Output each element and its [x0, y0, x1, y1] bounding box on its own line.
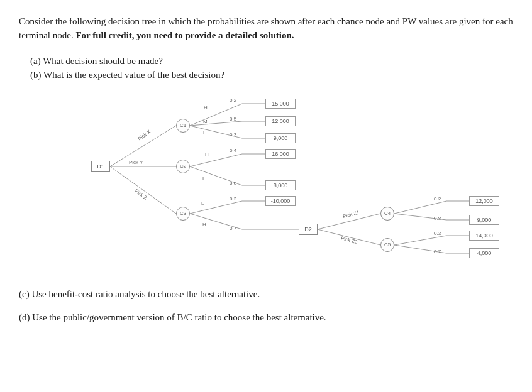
- terminal-c4-b: 9,000: [469, 215, 499, 225]
- terminal-c3-l: -10,000: [265, 196, 296, 206]
- prob-c1-l: 0.3: [230, 132, 236, 138]
- label-c3-h: H: [202, 222, 206, 227]
- terminal-c2-l: 8,000: [265, 180, 296, 190]
- intro-text: Consider the following decision tree in …: [19, 15, 513, 43]
- terminal-c2-h: 16,000: [265, 149, 296, 159]
- label-c2-h: H: [205, 152, 209, 158]
- node-d1: D1: [91, 161, 110, 172]
- prob-c4-b: 0.8: [434, 215, 441, 221]
- node-d2: D2: [299, 224, 318, 235]
- label-pick-y: Pick Y: [129, 160, 143, 165]
- label-c2-l: L: [202, 176, 205, 182]
- question-a: (a) What decision should be made?: [30, 54, 513, 68]
- node-c1: C1: [176, 119, 190, 133]
- label-c3-l: L: [201, 200, 204, 206]
- label-c1-h: H: [204, 105, 208, 111]
- label-c1-m: M: [203, 119, 208, 124]
- terminal-c5-a: 14,000: [469, 231, 499, 241]
- prob-c4-a: 0.2: [434, 196, 441, 202]
- prob-c2-h: 0.4: [230, 148, 236, 153]
- prob-c3-h: 0.7: [230, 226, 236, 231]
- node-c4: C4: [380, 207, 394, 220]
- subquestions-ab: (a) What decision should be made? (b) Wh…: [30, 54, 513, 82]
- terminal-c5-b: 4,000: [469, 248, 499, 258]
- node-c2: C2: [176, 160, 190, 173]
- prob-c2-l: 0.6: [230, 180, 236, 186]
- prob-c1-m: 0.5: [230, 116, 236, 122]
- subquestions-cd: (c) Use benefit-cost ratio analysis to c…: [19, 286, 513, 326]
- label-c1-l: L: [203, 130, 206, 136]
- prob-c3-l: 0.3: [230, 196, 236, 202]
- question-b: (b) What is the expected value of the be…: [30, 68, 513, 82]
- node-c5: C5: [380, 238, 394, 252]
- terminal-c1-l: 9,000: [265, 133, 296, 143]
- terminal-c4-a: 12,000: [469, 196, 499, 206]
- terminal-c1-h: 15,000: [265, 99, 296, 109]
- terminal-c1-m: 12,000: [265, 116, 296, 126]
- decision-tree-diagram: D1 C1 C2 C3 D2 C4 C5 15,000 12,000 9,000…: [19, 91, 513, 267]
- prob-c5-b: 0.7: [434, 249, 441, 254]
- intro-bold: For full credit, you need to provide a d…: [75, 30, 294, 40]
- node-c3: C3: [176, 207, 190, 220]
- prob-c1-h: 0.2: [230, 97, 236, 103]
- prob-c5-a: 0.3: [434, 231, 441, 236]
- question-d: (d) Use the public/government version of…: [19, 309, 513, 326]
- question-c: (c) Use benefit-cost ratio analysis to c…: [19, 286, 513, 303]
